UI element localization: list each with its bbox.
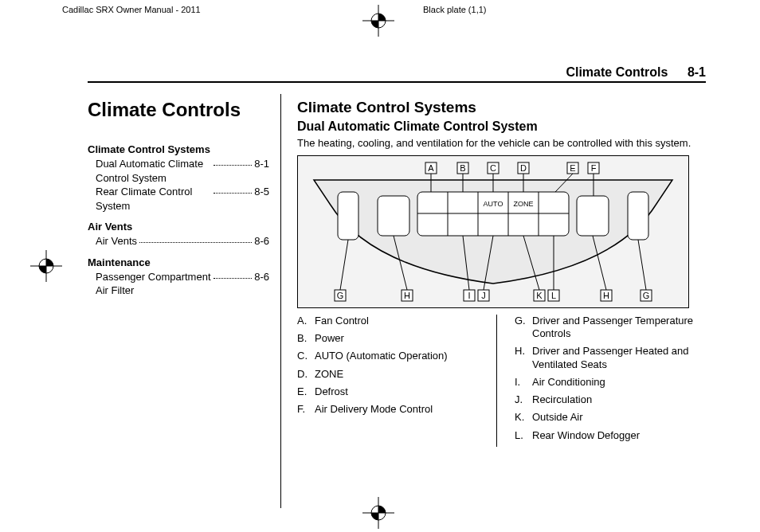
legend-item: J.Recirculation [515, 393, 706, 406]
svg-text:G: G [337, 291, 344, 300]
horizontal-rule-icon [88, 81, 706, 83]
section-title: Climate Controls [566, 65, 668, 79]
toc-column: Climate Controls Climate Control Systems… [88, 94, 281, 508]
toc-item: Dual Automatic Climate Control System 8-… [88, 157, 269, 185]
chapter-title: Climate Controls [88, 99, 269, 121]
svg-text:I: I [468, 291, 470, 300]
legend-item: C.AUTO (Automatic Operation) [297, 350, 488, 362]
toc-heading: Air Vents [88, 221, 269, 233]
legend-item: L.Rear Window Defogger [515, 429, 706, 442]
svg-text:J: J [481, 291, 486, 300]
toc-item-label: Passenger Compartment Air Filter [96, 270, 211, 298]
intro-paragraph: The heating, cooling, and ventilation fo… [297, 137, 706, 151]
toc-heading: Climate Control Systems [88, 143, 269, 155]
legend-item: B.Power [297, 332, 488, 345]
svg-text:H: H [603, 291, 609, 300]
svg-rect-17 [628, 192, 648, 240]
toc-item-page: 8-5 [254, 185, 269, 213]
svg-rect-16 [338, 192, 358, 240]
toc-item: Air Vents 8-6 [88, 234, 269, 248]
heading-3: Dual Automatic Climate Control System [297, 119, 706, 134]
legend-item: K.Outside Air [515, 411, 706, 424]
section-page: 8-1 [688, 65, 706, 79]
dot-leader-icon [214, 270, 252, 279]
svg-text:B: B [460, 163, 465, 173]
svg-text:H: H [404, 291, 410, 300]
legend-item: E.Defrost [297, 385, 488, 398]
toc-item-page: 8-6 [254, 270, 269, 298]
toc-item-page: 8-1 [254, 157, 269, 185]
toc-heading: Maintenance [88, 256, 269, 268]
legend-item: G.Driver and Passenger Temperature Contr… [515, 315, 706, 341]
dot-leader-icon [139, 234, 252, 243]
legend-item: I.Air Conditioning [515, 376, 706, 389]
svg-text:F: F [591, 163, 597, 173]
toc-item-label: Air Vents [96, 234, 137, 248]
svg-rect-19 [577, 196, 609, 236]
svg-rect-18 [378, 196, 409, 236]
legend-item: F.Air Delivery Mode Control [297, 403, 488, 416]
legend-item: D.ZONE [297, 368, 488, 381]
section-header: Climate Controls 8-1 [566, 65, 706, 80]
dot-leader-icon [214, 157, 252, 166]
toc-item: Rear Climate Control System 8-5 [88, 185, 269, 213]
svg-text:L: L [551, 291, 556, 300]
legend-left-column: A.Fan Control B.Power C.AUTO (Automatic … [297, 315, 497, 447]
zone-button-label: ZONE [513, 200, 533, 208]
content-column: Climate Control Systems Dual Automatic C… [281, 94, 706, 508]
toc-item-label: Rear Climate Control System [96, 185, 211, 213]
dot-leader-icon [214, 185, 252, 194]
toc-item: Passenger Compartment Air Filter 8-6 [88, 270, 269, 298]
auto-button-label: AUTO [484, 200, 503, 208]
legend-item: H.Driver and Passenger Heated and Ventil… [515, 345, 706, 371]
svg-text:C: C [490, 163, 496, 173]
heading-2: Climate Control Systems [297, 99, 706, 116]
climate-control-figure: AUTO ZONE A B C D E F G H I J [297, 155, 689, 308]
svg-text:D: D [520, 163, 527, 173]
legend-right-column: G.Driver and Passenger Temperature Contr… [511, 315, 706, 447]
toc-item-page: 8-6 [254, 234, 269, 248]
legend-item: A.Fan Control [297, 315, 488, 327]
crop-mark-left-icon [30, 250, 62, 282]
svg-text:A: A [428, 163, 434, 173]
svg-text:E: E [570, 163, 575, 173]
toc-item-label: Dual Automatic Climate Control System [96, 157, 211, 185]
svg-text:G: G [643, 291, 650, 300]
svg-text:K: K [536, 291, 543, 300]
doc-title: Cadillac SRX Owner Manual - 2011 [62, 5, 311, 14]
crop-mark-top-icon [362, 5, 394, 37]
